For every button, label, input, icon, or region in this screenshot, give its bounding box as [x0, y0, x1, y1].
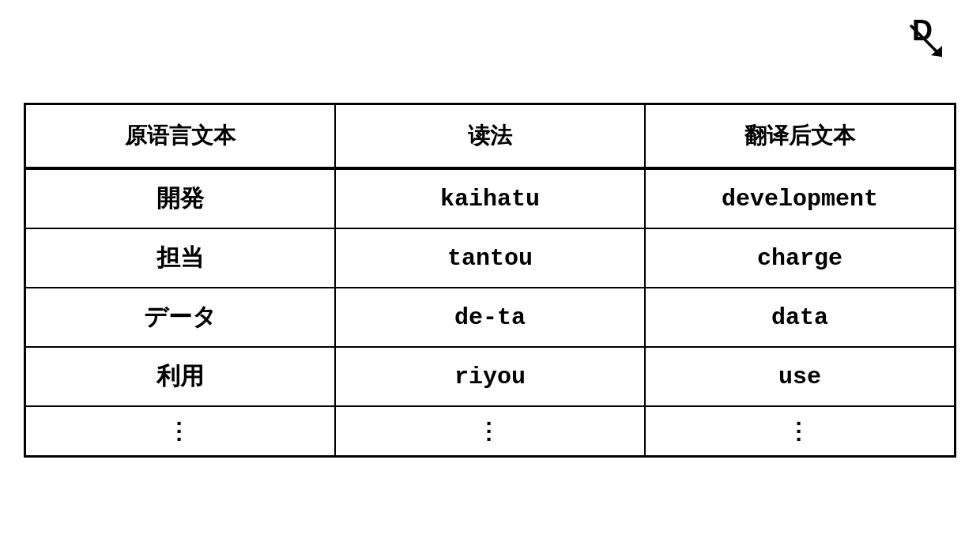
- cell-translation-1: development: [645, 168, 955, 228]
- table-row-ellipsis: ⋮ ⋮ ⋮: [25, 406, 956, 457]
- cell-translation-4: use: [645, 347, 955, 406]
- table-row: データ de-ta data: [25, 288, 956, 347]
- cell-reading-2: tantou: [335, 228, 645, 288]
- cell-ellipsis-1: ⋮: [25, 406, 335, 457]
- header-translation: 翻译后文本: [645, 104, 955, 169]
- table-row: 担当 tantou charge: [25, 228, 956, 288]
- cell-reading-3: de-ta: [335, 288, 645, 347]
- cell-reading-1: kaihatu: [335, 168, 645, 228]
- header-reading: 读法: [335, 104, 645, 169]
- translation-table-wrapper: 原语言文本 读法 翻译后文本 開発 kaihatu development 担当…: [24, 103, 956, 458]
- table-row: 利用 riyou use: [25, 347, 956, 406]
- page-container: D 原语言文本 读法 翻译后文本 開発 kaihatu development: [0, 0, 980, 554]
- table-row: 開発 kaihatu development: [25, 168, 956, 228]
- cell-original-1: 開発: [25, 168, 335, 228]
- cell-ellipsis-2: ⋮: [335, 406, 645, 457]
- cell-ellipsis-3: ⋮: [645, 406, 955, 457]
- cell-translation-2: charge: [645, 228, 955, 288]
- arrow-d-icon: [907, 22, 947, 62]
- cell-original-2: 担当: [25, 228, 335, 288]
- cell-original-4: 利用: [25, 347, 335, 406]
- svg-line-0: [911, 26, 937, 52]
- translation-table: 原语言文本 读法 翻译后文本 開発 kaihatu development 担当…: [24, 103, 956, 458]
- cell-translation-3: data: [645, 288, 955, 347]
- table-header-row: 原语言文本 读法 翻译后文本: [25, 104, 956, 169]
- cell-reading-4: riyou: [335, 347, 645, 406]
- cell-original-3: データ: [25, 288, 335, 347]
- header-original: 原语言文本: [25, 104, 335, 169]
